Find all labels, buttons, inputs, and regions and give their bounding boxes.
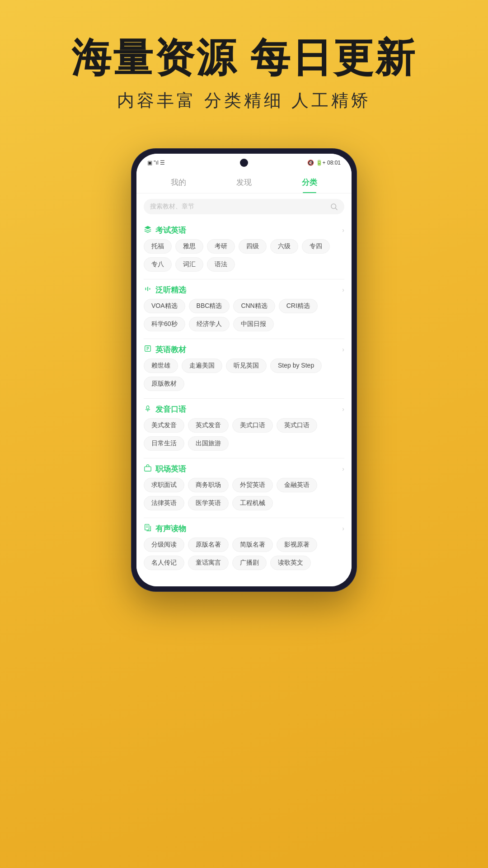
tag-item[interactable]: 商务职场 <box>188 478 229 492</box>
network-icons: ▣ "ıl ☰ <box>147 160 165 166</box>
search-icon <box>330 203 338 211</box>
tag-item[interactable]: 求职面试 <box>144 478 184 492</box>
category-title-audiobooks: 有声读物 <box>155 524 186 534</box>
phone-mockup: ▣ "ıl ☰ 🔇 🔋+ 08:01 我的 发现 分类 搜索教材、章节 <box>131 148 357 592</box>
tag-item[interactable]: 科学60秒 <box>144 317 185 331</box>
search-bar[interactable]: 搜索教材、章节 <box>144 199 344 214</box>
tag-item[interactable]: 赖世雄 <box>144 359 178 373</box>
tag-item[interactable]: 影视原著 <box>277 538 317 552</box>
tag-item[interactable]: 读歌英文 <box>270 556 311 570</box>
category-arrow-audiobooks[interactable]: › <box>342 525 344 532</box>
tag-item[interactable]: 考研 <box>207 239 235 254</box>
category-title-pronunciation: 发音口语 <box>155 404 186 415</box>
tab-discover[interactable]: 发现 <box>227 175 261 189</box>
tag-item[interactable]: 工程机械 <box>232 496 273 510</box>
category-icon-audiobooks <box>144 524 152 533</box>
tag-item[interactable]: 中国日报 <box>233 317 274 331</box>
category-section-audiobooks: 有声读物 › 分级阅读原版名著简版名著影视原著名人传记童话寓言广播剧读歌英文 <box>136 518 352 574</box>
hero-section: 海量资源 每日更新 内容丰富 分类精细 人工精矫 <box>0 0 488 130</box>
category-header-pronunciation: 发音口语 › <box>144 399 344 418</box>
status-bar: ▣ "ıl ☰ 🔇 🔋+ 08:01 <box>136 154 352 172</box>
tag-item[interactable]: 专四 <box>302 239 330 254</box>
camera-notch <box>240 159 248 167</box>
category-arrow-exam-english[interactable]: › <box>342 226 344 234</box>
tag-item[interactable]: 美式发音 <box>144 418 184 433</box>
tab-mine[interactable]: 我的 <box>162 175 195 189</box>
nav-tabs: 我的 发现 分类 <box>136 172 352 193</box>
tag-item[interactable]: BBC精选 <box>189 299 230 313</box>
tag-item[interactable]: 专八 <box>144 257 172 272</box>
category-icon-pronunciation <box>144 404 152 414</box>
category-header-english-textbooks: 英语教材 › <box>144 339 344 359</box>
category-icon-english-textbooks <box>144 344 152 354</box>
tag-item[interactable]: 日常生活 <box>144 436 184 451</box>
tag-item[interactable]: CRI精选 <box>279 299 318 313</box>
category-title-group: 英语教材 <box>144 344 186 355</box>
category-arrow-broad-listening[interactable]: › <box>342 286 344 293</box>
search-placeholder: 搜索教材、章节 <box>150 203 326 211</box>
category-header-workplace-english: 职场英语 › <box>144 458 344 478</box>
tag-item[interactable]: 六级 <box>270 239 298 254</box>
tag-item[interactable]: 外贸英语 <box>232 478 273 492</box>
tags-container-audiobooks: 分级阅读原版名著简版名著影视原著名人传记童话寓言广播剧读歌英文 <box>144 538 344 574</box>
svg-line-1 <box>335 208 337 210</box>
category-title-exam-english: 考试英语 <box>155 225 186 236</box>
tags-container-workplace-english: 求职面试商务职场外贸英语金融英语法律英语医学英语工程机械 <box>144 478 344 514</box>
tag-item[interactable]: 医学英语 <box>188 496 229 510</box>
tag-item[interactable]: 词汇 <box>175 257 203 272</box>
category-section-workplace-english: 职场英语 › 求职面试商务职场外贸英语金融英语法律英语医学英语工程机械 <box>136 458 352 514</box>
category-arrow-pronunciation[interactable]: › <box>342 406 344 413</box>
tag-item[interactable]: 简版名著 <box>232 538 273 552</box>
tab-category[interactable]: 分类 <box>293 175 326 189</box>
category-header-exam-english: 考试英语 › <box>144 220 344 239</box>
tag-item[interactable]: 语法 <box>207 257 235 272</box>
svg-rect-8 <box>145 467 151 472</box>
tag-item[interactable]: 金融英语 <box>277 478 317 492</box>
tag-item[interactable]: 英式发音 <box>188 418 229 433</box>
tag-item[interactable]: CNN精选 <box>233 299 275 313</box>
phone-screen: ▣ "ıl ☰ 🔇 🔋+ 08:01 我的 发现 分类 搜索教材、章节 <box>136 154 352 586</box>
tag-item[interactable]: 童话寓言 <box>188 556 229 570</box>
category-section-broad-listening: 泛听精选 › VOA精选BBC精选CNN精选CRI精选科学60秒经济学人中国日报 <box>136 279 352 335</box>
category-arrow-english-textbooks[interactable]: › <box>342 346 344 353</box>
tags-container-broad-listening: VOA精选BBC精选CNN精选CRI精选科学60秒经济学人中国日报 <box>144 299 344 335</box>
hero-title: 海量资源 每日更新 <box>27 36 461 80</box>
phone-frame: ▣ "ıl ☰ 🔇 🔋+ 08:01 我的 发现 分类 搜索教材、章节 <box>131 148 357 592</box>
category-title-group: 职场英语 <box>144 464 186 474</box>
tag-item[interactable]: 英式口语 <box>277 418 317 433</box>
category-section-pronunciation: 发音口语 › 美式发音英式发音美式口语英式口语日常生活出国旅游 <box>136 399 352 454</box>
tag-item[interactable]: 名人传记 <box>144 556 184 570</box>
category-title-group: 有声读物 <box>144 524 186 534</box>
tag-item[interactable]: 原版教材 <box>144 377 184 391</box>
tag-item[interactable]: 出国旅游 <box>188 436 229 451</box>
tag-item[interactable]: 广播剧 <box>232 556 267 570</box>
status-left: ▣ "ıl ☰ <box>147 160 165 166</box>
tag-item[interactable]: 分级阅读 <box>144 538 184 552</box>
tag-item[interactable]: 原版名著 <box>188 538 229 552</box>
tag-item[interactable]: 法律英语 <box>144 496 184 510</box>
tag-item[interactable]: 走遍美国 <box>182 359 222 373</box>
phone-content: 考试英语 › 托福雅思考研四级六级专四专八词汇语法 泛听精选 › VOA精选BB… <box>136 220 352 586</box>
tag-item[interactable]: Step by Step <box>270 359 322 373</box>
hero-subtitle: 内容丰富 分类精细 人工精矫 <box>27 89 461 112</box>
tag-item[interactable]: 经济学人 <box>189 317 230 331</box>
category-arrow-workplace-english[interactable]: › <box>342 465 344 472</box>
tags-container-exam-english: 托福雅思考研四级六级专四专八词汇语法 <box>144 239 344 275</box>
category-section-exam-english: 考试英语 › 托福雅思考研四级六级专四专八词汇语法 <box>136 220 352 275</box>
category-title-group: 考试英语 <box>144 225 186 236</box>
tag-item[interactable]: 美式口语 <box>232 418 273 433</box>
tag-item[interactable]: 听见英国 <box>226 359 267 373</box>
category-header-broad-listening: 泛听精选 › <box>144 279 344 299</box>
category-title-workplace-english: 职场英语 <box>155 464 186 474</box>
category-icon-broad-listening <box>144 285 152 295</box>
time-display: 🔇 🔋+ 08:01 <box>307 160 341 166</box>
tag-item[interactable]: 四级 <box>239 239 267 254</box>
tag-item[interactable]: 托福 <box>144 239 172 254</box>
status-right: 🔇 🔋+ 08:01 <box>307 160 341 166</box>
tag-item[interactable]: VOA精选 <box>144 299 185 313</box>
tag-item[interactable]: 雅思 <box>175 239 203 254</box>
category-title-english-textbooks: 英语教材 <box>155 344 186 355</box>
tags-container-english-textbooks: 赖世雄走遍美国听见英国Step by Step原版教材 <box>144 359 344 395</box>
category-section-english-textbooks: 英语教材 › 赖世雄走遍美国听见英国Step by Step原版教材 <box>136 339 352 395</box>
svg-point-0 <box>331 204 336 209</box>
